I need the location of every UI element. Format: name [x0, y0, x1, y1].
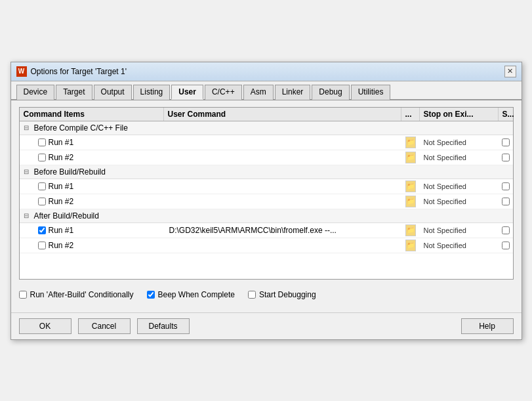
- header-s: S...: [499, 108, 513, 121]
- close-button[interactable]: ✕: [504, 66, 516, 77]
- tab-debug[interactable]: Debug: [312, 85, 349, 100]
- item-checkbox-g3-r2[interactable]: [38, 242, 46, 249]
- item-notspec-g3-r2: Not Specified: [420, 240, 499, 251]
- bottom-options: Run 'After-Build' Conditionally Beep Whe…: [19, 286, 514, 303]
- cmd-input-g1-r2[interactable]: [168, 152, 398, 163]
- item-folder-g3-r2: 📁: [401, 238, 420, 253]
- item-folder-g1-r1: 📁: [401, 135, 420, 150]
- folder-button-g2-r1[interactable]: 📁: [405, 180, 416, 192]
- folder-button-g3-r2[interactable]: 📁: [405, 240, 416, 251]
- group-row-after-build: ⊟ After Build/Rebuild: [20, 209, 513, 223]
- item-checkbox-g2-r2[interactable]: [38, 198, 46, 205]
- header-command-items: Command Items: [20, 108, 164, 121]
- item-folder-g2-r1: 📁: [401, 179, 420, 194]
- tab-asm[interactable]: Asm: [243, 85, 274, 100]
- item-stop-g3-r1: [499, 225, 513, 236]
- title-bar: W Options for Target 'Target 1' ✕: [11, 62, 522, 81]
- cmd-input-g2-r1[interactable]: [168, 181, 398, 192]
- table-row: Run #1 📁 Not Specified: [20, 179, 513, 194]
- item-checkbox-g1-r1[interactable]: [38, 138, 46, 146]
- item-notspec-g3-r1: Not Specified: [420, 225, 499, 236]
- stop-checkbox-g3-r1[interactable]: [502, 226, 510, 234]
- item-checkbox-g3-r1[interactable]: [38, 226, 46, 234]
- tab-device[interactable]: Device: [16, 85, 55, 100]
- defaults-button[interactable]: Defaults: [137, 318, 190, 334]
- item-notspec-g2-r1: Not Specified: [420, 181, 499, 192]
- tab-target[interactable]: Target: [56, 85, 92, 100]
- item-cmd-g1-r1[interactable]: [164, 136, 401, 149]
- item-label-g1-r1: Run #1: [20, 137, 164, 148]
- option-run-after-build: Run 'After-Build' Conditionally: [19, 290, 134, 299]
- group-label-after-build: ⊟ After Build/Rebuild: [20, 209, 164, 222]
- item-cmd-g2-r2[interactable]: [164, 195, 401, 208]
- item-cmd-g3-r2[interactable]: [164, 239, 401, 252]
- checkbox-beep-when-complete[interactable]: [147, 291, 155, 299]
- item-notspec-g1-r2: Not Specified: [420, 152, 499, 163]
- stop-checkbox-g1-r1[interactable]: [502, 138, 510, 146]
- option-start-debugging: Start Debugging: [248, 290, 316, 299]
- expand-icon-before-compile[interactable]: ⊟: [24, 124, 31, 131]
- item-stop-g3-r2: [499, 240, 513, 251]
- label-beep-when-complete: Beep When Complete: [158, 290, 235, 299]
- cmd-input-g2-r2[interactable]: [168, 196, 398, 207]
- item-label-g3-r1: Run #1: [20, 224, 164, 236]
- footer-inner: OK Cancel Defaults Help: [19, 318, 514, 334]
- item-label-g2-r1: Run #1: [20, 180, 164, 192]
- table-row: Run #2 📁 Not Specified: [20, 150, 513, 165]
- tab-listing[interactable]: Listing: [133, 85, 171, 100]
- tab-utilities[interactable]: Utilities: [351, 85, 391, 100]
- item-cmd-g1-r2[interactable]: [164, 151, 401, 164]
- table-row: Run #1 📁 Not Specified: [20, 223, 513, 238]
- tab-linker[interactable]: Linker: [275, 85, 311, 100]
- folder-button-g1-r1[interactable]: 📁: [405, 137, 416, 148]
- label-run-after-build: Run 'After-Build' Conditionally: [30, 290, 134, 299]
- item-cmd-g3-r1[interactable]: [164, 224, 401, 237]
- item-stop-g2-r1: [499, 181, 513, 192]
- stop-checkbox-g2-r2[interactable]: [502, 198, 510, 205]
- item-checkbox-g1-r2[interactable]: [38, 154, 46, 161]
- stop-checkbox-g3-r2[interactable]: [502, 242, 510, 249]
- header-ellipsis: ...: [401, 108, 420, 121]
- tab-user[interactable]: User: [171, 85, 203, 100]
- stop-checkbox-g1-r2[interactable]: [502, 154, 510, 161]
- table-body: ⊟ Before Compile C/C++ File Run #1: [20, 121, 513, 279]
- tabs-bar: Device Target Output Listing User C/C++ …: [11, 81, 522, 100]
- expand-icon-after-build[interactable]: ⊟: [24, 212, 31, 219]
- cmd-input-g1-r1[interactable]: [168, 137, 398, 148]
- cmd-input-g3-r2[interactable]: [168, 240, 398, 251]
- help-button[interactable]: Help: [461, 318, 514, 334]
- checkbox-start-debugging[interactable]: [248, 291, 256, 299]
- expand-icon-before-build[interactable]: ⊟: [24, 168, 31, 175]
- item-notspec-g2-r2: Not Specified: [420, 196, 499, 207]
- content-area: Command Items User Command ... Stop on E…: [11, 100, 522, 310]
- item-checkbox-g2-r1[interactable]: [38, 182, 46, 190]
- folder-button-g3-r1[interactable]: 📁: [405, 224, 416, 236]
- cancel-button[interactable]: Cancel: [78, 318, 131, 334]
- header-stop-on-exit: Stop on Exi...: [420, 108, 499, 121]
- item-cmd-g2-r1[interactable]: [164, 180, 401, 193]
- group-row-before-compile: ⊟ Before Compile C/C++ File: [20, 121, 513, 135]
- item-stop-g2-r2: [499, 196, 513, 207]
- command-table: Command Items User Command ... Stop on E…: [19, 107, 514, 280]
- checkbox-run-after-build[interactable]: [19, 291, 27, 299]
- table-row: Run #1 📁 Not Specified: [20, 135, 513, 150]
- stop-checkbox-g2-r1[interactable]: [502, 182, 510, 190]
- cmd-input-g3-r1[interactable]: [168, 225, 398, 236]
- window-title: Options for Target 'Target 1': [31, 67, 127, 76]
- table-row: Run #2 📁 Not Specified: [20, 238, 513, 253]
- table-row: Run #2 📁 Not Specified: [20, 194, 513, 209]
- folder-button-g2-r2[interactable]: 📁: [405, 196, 416, 207]
- main-window: W Options for Target 'Target 1' ✕ Device…: [10, 62, 522, 340]
- item-stop-g1-r2: [499, 152, 513, 163]
- label-start-debugging: Start Debugging: [259, 290, 316, 299]
- item-folder-g2-r2: 📁: [401, 194, 420, 209]
- tab-output[interactable]: Output: [94, 85, 132, 100]
- app-icon: W: [16, 66, 27, 77]
- item-label-g3-r2: Run #2: [20, 240, 164, 251]
- option-beep-when-complete: Beep When Complete: [147, 290, 235, 299]
- tab-cpp[interactable]: C/C++: [205, 85, 242, 100]
- ok-button[interactable]: OK: [19, 318, 72, 334]
- item-notspec-g1-r1: Not Specified: [420, 137, 499, 148]
- folder-button-g1-r2[interactable]: 📁: [405, 152, 416, 163]
- footer: OK Cancel Defaults Help: [11, 312, 522, 339]
